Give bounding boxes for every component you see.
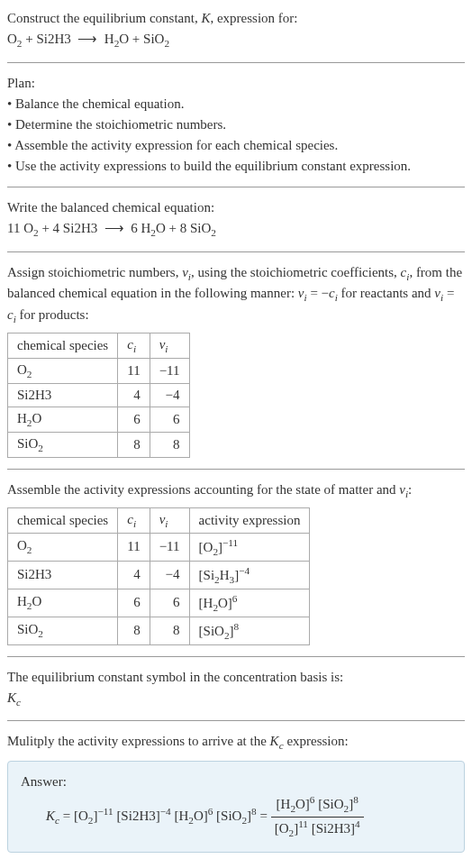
c-cell: 4 xyxy=(118,383,150,407)
table-header: chemical species xyxy=(8,507,118,533)
activity-table: chemical species ci νi activity expressi… xyxy=(7,507,310,645)
answer-expression: Kc = [O2]−11 [Si2H3]−4 [H2O]6 [SiO2]8 = … xyxy=(46,793,451,841)
answer-label: Answer: xyxy=(21,772,451,791)
plan-heading: Plan: xyxy=(7,74,465,93)
c-cell: 4 xyxy=(118,561,150,589)
divider xyxy=(7,187,465,187)
stoich-table: chemical species ci νi O2 11 −11 Si2H3 4… xyxy=(7,333,190,458)
table-row: SiO2 8 8 [SiO2]8 xyxy=(8,617,310,644)
c-cell: 11 xyxy=(118,358,150,383)
multiply-text: Mulitply the activity expressions to arr… xyxy=(7,732,465,754)
kc-symbol: Kc xyxy=(7,689,465,710)
expr-cell: [Si2H3]−4 xyxy=(189,561,310,589)
table-header: chemical species xyxy=(8,333,118,358)
table-row: Si2H3 4 −4 [Si2H3]−4 xyxy=(8,561,310,589)
balanced-heading: Write the balanced chemical equation: xyxy=(7,198,465,217)
v-cell: −4 xyxy=(150,383,189,407)
divider xyxy=(7,656,465,657)
table-row: H2O 6 6 xyxy=(8,407,190,432)
species-cell: H2O xyxy=(8,589,118,617)
balanced-equation: 11 O2 + 4 Si2H3 ⟶ 6 H2O + 8 SiO2 xyxy=(7,219,465,241)
c-cell: 6 xyxy=(118,589,150,617)
expr-cell: [SiO2]8 xyxy=(189,617,310,644)
species-cell: Si2H3 xyxy=(8,383,118,407)
table-row: SiO2 8 8 xyxy=(8,432,190,457)
intro-line: Construct the equilibrium constant, K, e… xyxy=(7,9,465,28)
species-cell: O2 xyxy=(8,533,118,561)
v-cell: 8 xyxy=(150,432,189,457)
table-row: H2O 6 6 [H2O]6 xyxy=(8,589,310,617)
v-cell: 8 xyxy=(150,617,189,644)
table-row: O2 11 −11 [O2]−11 xyxy=(8,533,310,561)
divider xyxy=(7,62,465,63)
c-cell: 8 xyxy=(118,432,150,457)
plan-item: • Balance the chemical equation. xyxy=(7,95,465,114)
table-header: νi xyxy=(150,507,189,533)
table-header: ci xyxy=(118,507,150,533)
species-cell: SiO2 xyxy=(8,617,118,644)
table-row: O2 11 −11 xyxy=(8,358,190,383)
plan-item: • Use the activity expressions to build … xyxy=(7,157,465,176)
c-cell: 11 xyxy=(118,533,150,561)
v-cell: 6 xyxy=(150,407,189,432)
stoich-text: Assign stoichiometric numbers, νi, using… xyxy=(7,263,465,327)
table-row: Si2H3 4 −4 xyxy=(8,383,190,407)
kc-symbol-text: The equilibrium constant symbol in the c… xyxy=(7,668,465,687)
table-header: νi xyxy=(150,333,189,358)
species-cell: SiO2 xyxy=(8,432,118,457)
expr-cell: [H2O]6 xyxy=(189,589,310,617)
c-cell: 8 xyxy=(118,617,150,644)
divider xyxy=(7,251,465,252)
divider xyxy=(7,720,465,721)
species-cell: Si2H3 xyxy=(8,561,118,589)
species-cell: H2O xyxy=(8,407,118,432)
v-cell: 6 xyxy=(150,589,189,617)
table-header: activity expression xyxy=(189,507,310,533)
plan-item: • Determine the stoichiometric numbers. xyxy=(7,115,465,134)
species-cell: O2 xyxy=(8,358,118,383)
v-cell: −11 xyxy=(150,358,189,383)
expr-cell: [O2]−11 xyxy=(189,533,310,561)
intro-equation: O2 + Si2H3 ⟶ H2O + SiO2 xyxy=(7,30,465,51)
plan-item: • Assemble the activity expression for e… xyxy=(7,136,465,155)
c-cell: 6 xyxy=(118,407,150,432)
activity-text: Assemble the activity expressions accoun… xyxy=(7,480,465,502)
v-cell: −4 xyxy=(150,561,189,589)
table-header: ci xyxy=(118,333,150,358)
v-cell: −11 xyxy=(150,533,189,561)
divider xyxy=(7,469,465,470)
answer-box: Answer: Kc = [O2]−11 [Si2H3]−4 [H2O]6 [S… xyxy=(7,761,465,853)
